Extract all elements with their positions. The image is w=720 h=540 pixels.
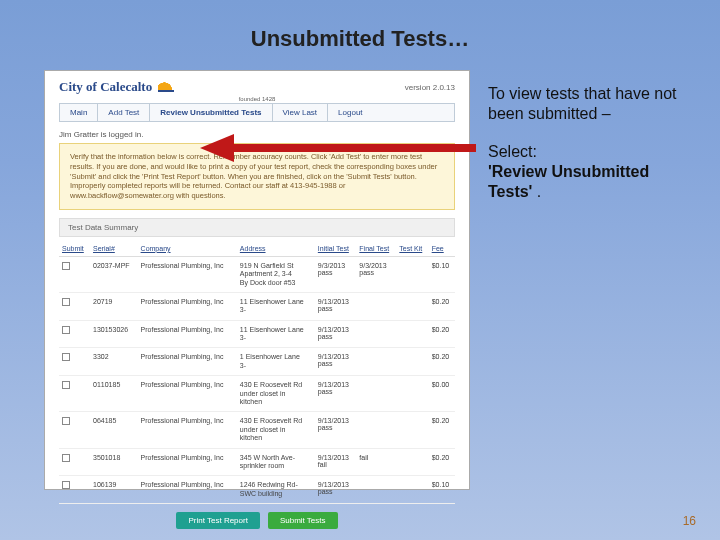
cell-serial: 3501018	[90, 448, 138, 476]
cell-final	[356, 412, 396, 448]
cell-initial: 9/13/2013pass	[315, 412, 356, 448]
cell-serial: 20719	[90, 292, 138, 320]
logged-in-label: Jim Gratter is logged in.	[59, 130, 455, 139]
cell-kit	[396, 320, 428, 348]
cell-fee: $0.20	[429, 448, 455, 476]
page-number: 16	[683, 514, 696, 528]
nav-logout[interactable]: Logout	[328, 104, 372, 121]
cell-fee: $0.10	[429, 256, 455, 292]
submit-checkbox[interactable]	[62, 454, 70, 462]
cell-address: 1246 Redwing Rd-SWC building	[237, 476, 315, 504]
col-address[interactable]: Address	[237, 241, 315, 257]
nav-add-test[interactable]: Add Test	[98, 104, 150, 121]
cell-final	[356, 292, 396, 320]
cell-initial: 9/3/2013pass	[315, 256, 356, 292]
table-row: 20719Professional Plumbing, Inc11 Eisenh…	[59, 292, 455, 320]
tests-table: Submit Serial# Company Address Initial T…	[59, 241, 455, 504]
cell-address: 11 Eisenhower Lane3-	[237, 320, 315, 348]
cell-company: Professional Plumbing, Inc	[138, 448, 237, 476]
cell-company: Professional Plumbing, Inc	[138, 320, 237, 348]
submit-checkbox[interactable]	[62, 417, 70, 425]
cell-serial: 064185	[90, 412, 138, 448]
cell-fee: $0.10	[429, 476, 455, 504]
cell-company: Professional Plumbing, Inc	[138, 348, 237, 376]
cell-fee: $0.20	[429, 292, 455, 320]
table-row: 02037-MPFProfessional Plumbing, Inc919 N…	[59, 256, 455, 292]
cell-final	[356, 320, 396, 348]
submit-checkbox[interactable]	[62, 353, 70, 361]
cell-fee: $0.20	[429, 348, 455, 376]
col-serial[interactable]: Serial#	[90, 241, 138, 257]
print-report-button[interactable]: Print Test Report	[176, 512, 259, 529]
submit-tests-button[interactable]: Submit Tests	[268, 512, 338, 529]
cell-initial: 9/13/2013pass	[315, 292, 356, 320]
cell-kit	[396, 412, 428, 448]
cell-address: 11 Eisenhower Lane3-	[237, 292, 315, 320]
nav-review-unsubmitted[interactable]: Review Unsubmitted Tests	[150, 104, 272, 121]
cell-serial: 3302	[90, 348, 138, 376]
notice-box: Verify that the information below is cor…	[59, 143, 455, 210]
cell-company: Professional Plumbing, Inc	[138, 292, 237, 320]
sun-icon	[158, 82, 174, 92]
table-row: 3501018Professional Plumbing, Inc345 W N…	[59, 448, 455, 476]
cell-serial: 0110185	[90, 376, 138, 412]
cell-serial: 02037-MPF	[90, 256, 138, 292]
cell-fee: $0.00	[429, 376, 455, 412]
city-logo: City of Calecalto	[59, 79, 174, 95]
col-final[interactable]: Final Test	[356, 241, 396, 257]
cell-final: 9/3/2013pass	[356, 256, 396, 292]
col-company[interactable]: Company	[138, 241, 237, 257]
cell-fee: $0.20	[429, 320, 455, 348]
table-row: 0110185Professional Plumbing, Inc430 E R…	[59, 376, 455, 412]
cell-kit	[396, 348, 428, 376]
col-submit[interactable]: Submit	[59, 241, 90, 257]
table-row: 106139Professional Plumbing, Inc1246 Red…	[59, 476, 455, 504]
cell-company: Professional Plumbing, Inc	[138, 412, 237, 448]
section-header: Test Data Summary	[59, 218, 455, 237]
cell-company: Professional Plumbing, Inc	[138, 256, 237, 292]
cell-address: 919 N Garfield StApartment 2, 3-4By Dock…	[237, 256, 315, 292]
cell-kit	[396, 476, 428, 504]
cell-address: 430 E Roosevelt Rdunder closet inkitchen	[237, 412, 315, 448]
cell-company: Professional Plumbing, Inc	[138, 476, 237, 504]
slide-title: Unsubmitted Tests…	[0, 0, 720, 52]
col-fee[interactable]: Fee	[429, 241, 455, 257]
submit-checkbox[interactable]	[62, 326, 70, 334]
cell-serial: 130153026	[90, 320, 138, 348]
cell-initial: 9/13/2013pass	[315, 376, 356, 412]
cell-final	[356, 476, 396, 504]
cell-initial: 9/13/2013fail	[315, 448, 356, 476]
cell-kit	[396, 448, 428, 476]
table-row: 064185Professional Plumbing, Inc430 E Ro…	[59, 412, 455, 448]
app-screenshot: City of Calecalto version 2.0.13 founded…	[44, 70, 470, 490]
cell-company: Professional Plumbing, Inc	[138, 376, 237, 412]
cell-address: 345 W North Ave-sprinkler room	[237, 448, 315, 476]
submit-checkbox[interactable]	[62, 298, 70, 306]
cell-serial: 106139	[90, 476, 138, 504]
top-nav: Main Add Test Review Unsubmitted Tests V…	[59, 103, 455, 122]
cell-kit	[396, 256, 428, 292]
cell-fee: $0.20	[429, 412, 455, 448]
table-row: 130153026Professional Plumbing, Inc11 Ei…	[59, 320, 455, 348]
cell-kit	[396, 292, 428, 320]
cell-kit	[396, 376, 428, 412]
cell-address: 430 E Roosevelt Rdunder closet inkitchen	[237, 376, 315, 412]
col-initial[interactable]: Initial Test	[315, 241, 356, 257]
cell-initial: 9/13/2013pass	[315, 476, 356, 504]
table-row: 3302Professional Plumbing, Inc1 Eisenhow…	[59, 348, 455, 376]
submit-checkbox[interactable]	[62, 262, 70, 270]
nav-main[interactable]: Main	[60, 104, 98, 121]
cell-initial: 9/13/2013pass	[315, 348, 356, 376]
cell-address: 1 Eisenhower Lane3-	[237, 348, 315, 376]
cell-initial: 9/13/2013pass	[315, 320, 356, 348]
submit-checkbox[interactable]	[62, 481, 70, 489]
founded-label: founded 1428	[239, 96, 276, 102]
version-label: version 2.0.13	[405, 83, 455, 92]
submit-checkbox[interactable]	[62, 381, 70, 389]
cell-final	[356, 376, 396, 412]
cell-final: fail	[356, 448, 396, 476]
nav-view-last[interactable]: View Last	[273, 104, 329, 121]
cell-final	[356, 348, 396, 376]
col-kit[interactable]: Test Kit	[396, 241, 428, 257]
instruction-text: To view tests that have not been submitt…	[488, 84, 698, 220]
